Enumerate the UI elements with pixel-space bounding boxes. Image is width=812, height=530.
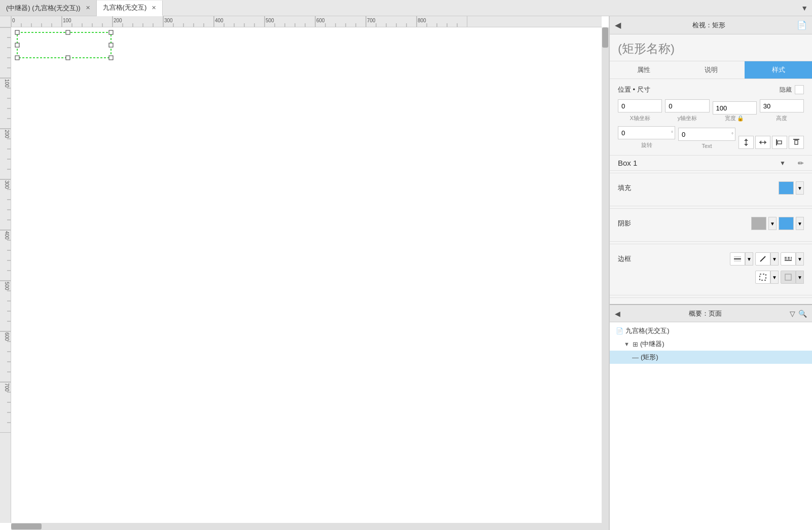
position-size-title: 位置 • 尺寸	[618, 85, 650, 94]
ruler-corner	[0, 16, 11, 27]
scrollbar-horizontal-thumb[interactable]	[11, 523, 42, 529]
y-label: y轴坐标	[665, 115, 709, 122]
border-row2: ▼ ▼	[618, 271, 804, 284]
border-corner-group: ▼	[755, 271, 779, 284]
canvas-content[interactable]	[11, 27, 602, 523]
tree-item-page[interactable]: 📄 九宫格(无交互)	[610, 324, 812, 337]
tree-repeater-label: (中继器)	[640, 339, 665, 349]
border-corner-btn[interactable]	[755, 271, 770, 284]
tab-description[interactable]: 说明	[677, 61, 745, 79]
tree-repeater-icon: ⊞	[633, 340, 638, 348]
tab-grid-close[interactable]: ✕	[152, 5, 156, 11]
shadow-color1-dropdown[interactable]: ▼	[768, 217, 777, 230]
svg-rect-31	[785, 274, 791, 280]
tree-page-icon: 📄	[616, 327, 623, 334]
border-dash-dropdown[interactable]: ▼	[796, 252, 804, 266]
shadow-color2-btn[interactable]	[779, 217, 794, 230]
canvas-svg	[11, 27, 602, 523]
svg-marker-13	[759, 140, 761, 144]
svg-marker-11	[744, 144, 748, 146]
main-area: ◀ 检视：矩形 📄 (矩形名称) 属性 说明 样式 位置 • 尺寸 隐藏	[0, 16, 812, 530]
tree-item-repeater[interactable]: ▼ ⊞ (中继器)	[610, 337, 812, 351]
tree-area: 📄 九宫格(无交互) ▼ ⊞ (中继器) — (矩形)	[610, 322, 812, 530]
tree-page-label: 九宫格(无交互)	[625, 326, 670, 335]
scrollbar-vertical-thumb[interactable]	[602, 27, 608, 48]
x-input[interactable]	[618, 99, 662, 112]
svg-rect-8	[109, 56, 113, 60]
tab-relay[interactable]: (中继器) (九宫格(无交互)) ✕	[0, 0, 97, 16]
rotation-input[interactable]	[618, 126, 675, 139]
border-color-group: ▼	[755, 252, 779, 266]
position-size-header: 位置 • 尺寸 隐藏	[618, 85, 804, 94]
overview-title: 概要：页面	[624, 309, 786, 318]
fill-row: 填充 ▼	[618, 181, 804, 195]
inspect-back-icon[interactable]: ◀	[615, 20, 621, 30]
align-h-center[interactable]	[755, 136, 770, 149]
width-input[interactable]	[713, 101, 757, 115]
tree-expand-repeater[interactable]: ▼	[624, 341, 630, 347]
overview-back-icon[interactable]: ◀	[615, 310, 620, 318]
lock-icon[interactable]: 🔒	[737, 115, 744, 122]
border-style-dropdown[interactable]: ▼	[745, 252, 753, 266]
rotation-group: ° 旋转	[618, 126, 675, 149]
shadow-label: 阴影	[618, 219, 653, 228]
tab-style[interactable]: 样式	[745, 61, 812, 79]
svg-rect-6	[15, 56, 19, 60]
tab-properties[interactable]: 属性	[610, 61, 677, 79]
border-dash-group: ▼	[781, 252, 804, 266]
border-dash-btn[interactable]	[781, 252, 796, 266]
inspect-doc-icon[interactable]: 📄	[797, 20, 807, 30]
tab-relay-label: (中继器) (九宫格(无交互))	[6, 4, 81, 13]
shadow-color2-dropdown[interactable]: ▼	[796, 217, 804, 230]
box-style-name: Box 1	[618, 159, 776, 167]
scrollbar-vertical[interactable]	[602, 27, 609, 523]
svg-rect-7	[66, 56, 70, 60]
border-color-dropdown[interactable]: ▼	[770, 252, 779, 266]
box-style-dropdown[interactable]: ▼	[780, 160, 786, 167]
width-label: 宽度	[725, 115, 736, 122]
border-section: 边框 ▼	[610, 246, 812, 295]
align-v-center[interactable]	[739, 136, 754, 149]
rotation-label: 旋转	[618, 141, 675, 149]
border-controls1: ▼ ▼	[730, 252, 804, 266]
tab-bar: (中继器) (九宫格(无交互)) ✕ 九宫格(无交互) ✕ ▼	[0, 0, 812, 16]
tab-dropdown-btn[interactable]: ▼	[797, 4, 812, 12]
svg-rect-16	[778, 141, 782, 144]
shadow-color1-btn[interactable]	[751, 217, 766, 230]
canvas-area[interactable]	[0, 16, 609, 530]
scrollbar-corner	[602, 523, 609, 530]
border-corner-dropdown[interactable]: ▼	[770, 271, 779, 284]
overview-header: ◀ 概要：页面 ▽ 🔍	[610, 305, 812, 322]
overview-search-icon[interactable]: 🔍	[798, 310, 807, 318]
align-buttons	[739, 136, 804, 149]
height-input[interactable]	[760, 99, 804, 112]
fill-label: 填充	[618, 183, 653, 193]
y-input[interactable]	[665, 99, 709, 112]
scrollbar-horizontal[interactable]	[11, 523, 602, 530]
tree-item-shape[interactable]: — (矩形)	[610, 351, 812, 364]
overview-filter-icon[interactable]: ▽	[790, 310, 795, 318]
border-more-dropdown[interactable]: ▼	[796, 271, 804, 284]
border-label: 边框	[618, 254, 653, 263]
align-left-edge[interactable]	[772, 136, 787, 149]
border-color-btn[interactable]	[755, 252, 770, 266]
text-offset-input[interactable]	[678, 128, 735, 141]
tab-relay-close[interactable]: ✕	[86, 5, 90, 11]
box-style-row: Box 1 ▼ ✏	[610, 156, 812, 171]
align-top-edge[interactable]	[789, 136, 804, 149]
shadow-row: 阴影 ▼ ▼	[618, 217, 804, 230]
svg-rect-5	[109, 43, 113, 47]
width-field-group: 宽度 🔒	[713, 101, 757, 122]
hide-checkbox[interactable]	[795, 85, 804, 94]
fill-color-btn[interactable]	[779, 181, 794, 195]
inspect-header: ◀ 检视：矩形 📄	[610, 16, 812, 34]
border-more-btn[interactable]	[781, 271, 796, 284]
fill-dropdown[interactable]: ▼	[796, 181, 804, 195]
text-offset-group: ° Text	[678, 128, 735, 149]
tree-shape-icon: —	[632, 354, 639, 361]
border-style-btn[interactable]	[730, 252, 745, 266]
sep1	[610, 173, 812, 173]
box-style-edit[interactable]: ✏	[798, 159, 804, 167]
ruler-vertical	[0, 27, 11, 523]
tab-grid[interactable]: 九宫格(无交互) ✕	[97, 1, 163, 16]
